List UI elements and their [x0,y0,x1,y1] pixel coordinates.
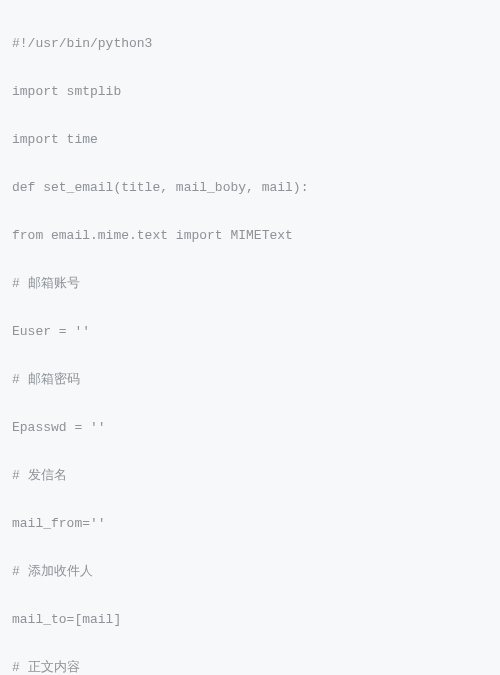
code-line: mail_from='' [12,512,488,536]
code-line: # 正文内容 [12,656,488,675]
code-line: mail_to=[mail] [12,608,488,632]
code-line: # 发信名 [12,464,488,488]
code-line: # 邮箱密码 [12,368,488,392]
code-line: from email.mime.text import MIMEText [12,224,488,248]
code-line: import smtplib [12,80,488,104]
code-line: def set_email(title, mail_boby, mail): [12,176,488,200]
code-line: Euser = '' [12,320,488,344]
code-line: # 添加收件人 [12,560,488,584]
code-line: import time [12,128,488,152]
code-line: #!/usr/bin/python3 [12,32,488,56]
code-line: Epasswd = '' [12,416,488,440]
code-line: # 邮箱账号 [12,272,488,296]
code-block: #!/usr/bin/python3 import smtplib import… [12,8,488,675]
